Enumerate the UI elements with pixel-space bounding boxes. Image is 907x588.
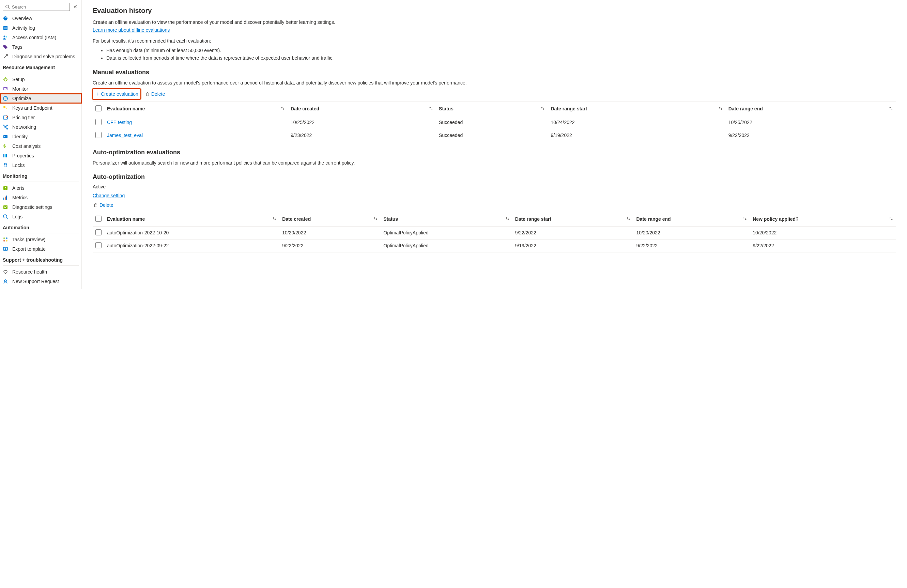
cell: 9/19/2022 (513, 239, 634, 252)
nav-label: Access control (IAM) (12, 35, 56, 40)
svg-rect-51 (95, 204, 97, 207)
sidebar-item-tasks[interactable]: Tasks (preview) (0, 235, 82, 244)
cell: OptimalPolicyApplied (381, 226, 512, 239)
svg-rect-16 (6, 108, 7, 109)
delete-auto-opt-button[interactable]: Delete (93, 201, 114, 209)
sidebar-item-activity-log[interactable]: Activity log (0, 23, 82, 33)
sidebar-item-metrics[interactable]: Metrics (0, 193, 82, 202)
sidebar-item-locks[interactable]: Locks (0, 160, 82, 170)
sidebar-item-export-template[interactable]: Export template (0, 244, 82, 254)
plus-icon (95, 91, 99, 96)
logs-icon (3, 214, 8, 219)
sidebar-item-tags[interactable]: Tags (0, 42, 82, 52)
tags-icon (3, 44, 8, 50)
sidebar-item-alerts[interactable]: Alerts (0, 183, 82, 193)
divider (3, 265, 79, 266)
nav-label: New Support Request (12, 279, 59, 284)
row-checkbox[interactable] (95, 242, 101, 248)
svg-point-42 (3, 240, 5, 242)
evaluation-link[interactable]: James_test_eval (107, 133, 143, 138)
cell: autoOptimization-2022-09-22 (104, 239, 279, 252)
table-row[interactable]: James_test_eval 9/23/2022 Succeeded 9/19… (93, 129, 896, 142)
sidebar-item-new-support-request[interactable]: New Support Request (0, 277, 82, 286)
col-header[interactable]: Status (436, 101, 548, 116)
select-all-checkbox[interactable] (95, 105, 101, 111)
create-evaluation-button[interactable]: Create evaluation (94, 90, 139, 98)
col-header[interactable]: Date range start (513, 212, 634, 226)
rec-list: Has enough data (minimum of at least 50,… (106, 46, 896, 62)
cell: 9/19/2022 (548, 129, 725, 142)
sidebar-item-setup[interactable]: Setup (0, 75, 82, 84)
auto-optimization-title: Auto-optimization (93, 173, 896, 181)
svg-rect-33 (5, 189, 6, 189)
cell: 10/25/2022 (726, 116, 896, 129)
col-header[interactable]: Evaluation name (104, 101, 288, 116)
col-header[interactable]: Evaluation name (104, 212, 279, 226)
search-input[interactable] (12, 5, 67, 10)
nav-label: Diagnostic settings (12, 204, 53, 210)
cell: OptimalPolicyApplied (381, 239, 512, 252)
col-header[interactable]: Date created (279, 212, 381, 226)
col-header[interactable]: New policy applied? (750, 212, 896, 226)
table-row[interactable]: autoOptimization-2022-10-20 10/20/2022 O… (93, 226, 896, 239)
collapse-sidebar-button[interactable] (72, 3, 79, 10)
divider (3, 73, 79, 73)
table-row[interactable]: autoOptimization-2022-09-22 9/22/2022 Op… (93, 239, 896, 252)
learn-more-link[interactable]: Learn more about offline evaluations (93, 27, 170, 33)
sidebar-item-access-control[interactable]: Access control (IAM) (0, 33, 82, 42)
row-checkbox[interactable] (95, 119, 101, 125)
sidebar-item-diagnostic-settings[interactable]: Diagnostic settings (0, 202, 82, 212)
col-header[interactable]: Date range end (633, 212, 750, 226)
delete-evaluation-button[interactable]: Delete (144, 90, 166, 98)
cell: 10/25/2022 (288, 116, 436, 129)
sidebar-item-pricing-tier[interactable]: Pricing tier (0, 113, 82, 122)
cell: 10/20/2022 (633, 226, 750, 239)
row-checkbox[interactable] (95, 229, 101, 236)
sidebar-item-resource-health[interactable]: Resource health (0, 267, 82, 277)
change-setting-link[interactable]: Change setting (93, 193, 125, 198)
sidebar-item-cost-analysis[interactable]: $ Cost analysis (0, 141, 82, 151)
sidebar-item-identity[interactable]: Identity (0, 132, 82, 141)
nav-label: Diagnose and solve problems (12, 54, 75, 59)
sidebar-item-logs[interactable]: Logs (0, 212, 82, 221)
col-header[interactable]: Status (381, 212, 512, 226)
row-checkbox[interactable] (95, 132, 101, 138)
activity-log-icon (3, 25, 8, 30)
svg-line-1 (8, 8, 10, 9)
col-header[interactable]: Date range end (726, 101, 896, 116)
sidebar-item-optimize[interactable]: Optimize (0, 94, 82, 103)
evaluation-link[interactable]: CFE testing (107, 120, 132, 125)
col-header[interactable]: Date created (288, 101, 436, 116)
svg-text:$: $ (3, 144, 6, 149)
svg-point-38 (3, 215, 7, 218)
nav-label: Tasks (preview) (12, 237, 45, 242)
section-header-resource-management: Resource Management (0, 61, 82, 72)
table-row[interactable]: CFE testing 10/25/2022 Succeeded 10/24/2… (93, 116, 896, 129)
chevron-double-left-icon (73, 5, 77, 9)
svg-rect-30 (4, 165, 7, 167)
svg-rect-24 (6, 136, 7, 136)
svg-point-6 (6, 36, 7, 37)
export-template-icon (3, 246, 8, 252)
section-header-support: Support + troubleshooting (0, 254, 82, 264)
svg-rect-27 (3, 154, 5, 157)
sidebar-item-keys-endpoint[interactable]: Keys and Endpoint (0, 103, 82, 113)
cell: Succeeded (436, 116, 548, 129)
select-all-checkbox[interactable] (95, 216, 101, 222)
svg-point-5 (4, 36, 5, 37)
sidebar-item-properties[interactable]: Properties (0, 151, 82, 160)
search-input-wrap[interactable] (3, 3, 70, 11)
svg-rect-35 (5, 197, 6, 200)
sidebar-item-diagnose[interactable]: Diagnose and solve problems (0, 52, 82, 61)
col-header[interactable]: Date range start (548, 101, 725, 116)
sidebar-item-networking[interactable]: Networking (0, 122, 82, 132)
nav-label: Identity (12, 134, 27, 139)
sort-icon (626, 216, 631, 222)
sidebar-item-overview[interactable]: Overview (0, 14, 82, 23)
sidebar-item-monitor[interactable]: Monitor (0, 84, 82, 94)
sort-icon (540, 106, 545, 112)
nav-label: Properties (12, 153, 34, 159)
svg-point-45 (5, 280, 6, 282)
nav-label: Logs (12, 214, 22, 219)
button-label: Create evaluation (101, 91, 138, 97)
